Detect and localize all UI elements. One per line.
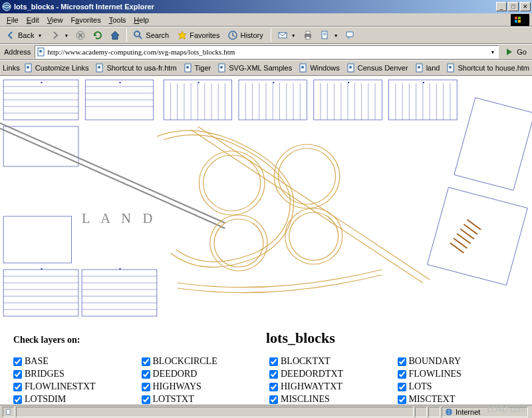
stop-button[interactable] bbox=[72, 28, 88, 43]
layer-label: FLOWLINESTXT bbox=[25, 381, 96, 392]
layer-label: BRIDGES bbox=[25, 369, 65, 379]
favorites-label: Favorites bbox=[190, 31, 219, 39]
layer-checkbox[interactable] bbox=[269, 370, 278, 379]
svg-point-25 bbox=[98, 66, 100, 69]
home-button[interactable] bbox=[107, 28, 123, 43]
layer-item[interactable]: LOTSTXT bbox=[142, 394, 263, 405]
layer-checkbox[interactable] bbox=[13, 383, 22, 391]
layer-checkbox[interactable] bbox=[142, 383, 150, 391]
layer-checkbox[interactable] bbox=[398, 383, 406, 391]
svg-point-23 bbox=[27, 66, 29, 69]
refresh-button[interactable] bbox=[90, 28, 106, 43]
links-item[interactable]: Customize Links bbox=[21, 62, 92, 74]
chevron-down-icon[interactable]: ▼ bbox=[488, 50, 497, 55]
links-item[interactable]: Windows bbox=[296, 62, 342, 74]
links-item[interactable]: SVG-XML Samples bbox=[215, 62, 295, 74]
favorites-button[interactable]: Favorites bbox=[174, 28, 223, 43]
window-titlebar: lots_blocks - Microsoft Internet Explore… bbox=[0, 0, 532, 13]
search-icon bbox=[133, 30, 144, 41]
links-item[interactable]: Shortcut to usa-fr.htm bbox=[92, 62, 179, 74]
history-button[interactable]: History bbox=[225, 28, 267, 43]
menu-favorites[interactable]: Favorites bbox=[66, 15, 104, 25]
layer-checkbox[interactable] bbox=[269, 383, 278, 391]
menu-tools[interactable]: Tools bbox=[105, 15, 130, 25]
layer-checkbox[interactable] bbox=[142, 370, 150, 379]
layer-item[interactable]: FLOWLINES bbox=[398, 369, 519, 379]
go-button[interactable]: Go bbox=[501, 45, 529, 59]
layer-item[interactable]: BRIDGES bbox=[13, 369, 135, 379]
minimize-button[interactable]: _ bbox=[496, 2, 507, 11]
layer-label: BLOCKCIRCLE bbox=[153, 356, 217, 367]
layer-item[interactable]: FLOWLINESTXT bbox=[13, 381, 135, 392]
menu-help[interactable]: Help bbox=[130, 15, 153, 25]
layer-checkbox[interactable] bbox=[269, 395, 278, 404]
layer-checkbox[interactable] bbox=[13, 370, 22, 379]
layer-item[interactable]: DEEDORDTXT bbox=[269, 369, 391, 379]
layer-item[interactable]: HIGHWAYS bbox=[142, 381, 263, 392]
back-button[interactable]: Back ▼ bbox=[3, 28, 46, 43]
layer-checkbox[interactable] bbox=[142, 395, 150, 404]
search-button[interactable]: Search bbox=[130, 28, 173, 43]
content-pane[interactable]: L A N D Check layers on: lots_blocks BAS… bbox=[0, 76, 532, 405]
layer-item[interactable]: MISCLINES bbox=[269, 394, 391, 405]
layer-label: LOTSTXT bbox=[153, 394, 194, 405]
layer-checkbox[interactable] bbox=[269, 357, 278, 366]
links-item-label: land bbox=[426, 64, 440, 72]
links-label: Links bbox=[3, 64, 20, 72]
svg-rect-3 bbox=[518, 17, 521, 19]
address-label: Address bbox=[3, 48, 32, 56]
mail-button[interactable]: ▼ bbox=[275, 28, 299, 43]
layer-item[interactable]: LOTSDIM bbox=[13, 394, 135, 405]
layer-item[interactable]: BLOCKTXT bbox=[269, 356, 391, 367]
links-item-label: Census Denver bbox=[358, 64, 408, 72]
svg-rect-131 bbox=[7, 409, 10, 414]
svg-map[interactable]: L A N D bbox=[0, 77, 532, 323]
menubar: File Edit View Favorites Tools Help bbox=[0, 13, 532, 27]
layer-checkbox[interactable] bbox=[13, 357, 22, 366]
forward-button[interactable]: ▼ bbox=[47, 28, 71, 43]
links-item[interactable]: Shortcut to house.html bbox=[444, 62, 529, 74]
layer-checkbox[interactable] bbox=[13, 395, 22, 404]
address-box[interactable]: ▼ bbox=[35, 45, 499, 59]
menu-file[interactable]: File bbox=[3, 15, 23, 25]
layer-item[interactable]: BLOCKCIRCLE bbox=[142, 356, 263, 367]
layer-item[interactable]: LOTS bbox=[398, 381, 519, 392]
discuss-button[interactable] bbox=[342, 28, 358, 43]
back-label: Back bbox=[18, 31, 34, 39]
layer-checkbox[interactable] bbox=[142, 357, 150, 366]
links-item[interactable]: Census Denver bbox=[344, 62, 411, 74]
svg-rect-19 bbox=[346, 32, 353, 37]
layer-item[interactable]: HIGHWAYTXT bbox=[269, 381, 391, 392]
maximize-button[interactable]: □ bbox=[508, 2, 519, 11]
svg-point-27 bbox=[186, 66, 189, 69]
svg-rect-43 bbox=[82, 270, 157, 316]
page-icon bbox=[446, 63, 456, 73]
edit-button[interactable]: ▼ bbox=[317, 28, 341, 43]
links-item-label: Windows bbox=[310, 64, 340, 72]
layer-checkbox[interactable] bbox=[398, 395, 406, 404]
links-item[interactable]: Tiger bbox=[181, 62, 214, 74]
svg-rect-124 bbox=[119, 82, 120, 83]
links-item[interactable]: land bbox=[412, 62, 443, 74]
svg-rect-127 bbox=[348, 82, 349, 83]
layer-label: FLOWLINES bbox=[409, 369, 462, 379]
address-input[interactable] bbox=[46, 48, 487, 56]
menu-view[interactable]: View bbox=[43, 15, 67, 25]
close-button[interactable]: ✕ bbox=[520, 2, 531, 11]
layer-checkbox[interactable] bbox=[398, 357, 406, 366]
layer-item[interactable]: DEEDORD bbox=[142, 369, 263, 379]
layer-item[interactable]: MISCTEXT bbox=[398, 394, 519, 405]
layer-checkbox[interactable] bbox=[398, 370, 406, 379]
svg-rect-49 bbox=[428, 188, 528, 286]
links-item-label: Shortcut to usa-fr.htm bbox=[106, 64, 176, 72]
print-button[interactable] bbox=[300, 28, 316, 43]
map-land-label: L A N D bbox=[82, 211, 156, 226]
separator bbox=[126, 29, 127, 42]
svg-point-35 bbox=[418, 66, 420, 69]
menu-edit[interactable]: Edit bbox=[23, 15, 43, 25]
layer-item[interactable]: BOUNDARY bbox=[398, 356, 519, 367]
layer-item[interactable]: BASE bbox=[13, 356, 135, 367]
svg-point-110 bbox=[203, 155, 261, 211]
svg-rect-5 bbox=[518, 20, 521, 23]
back-arrow-icon bbox=[5, 30, 16, 41]
